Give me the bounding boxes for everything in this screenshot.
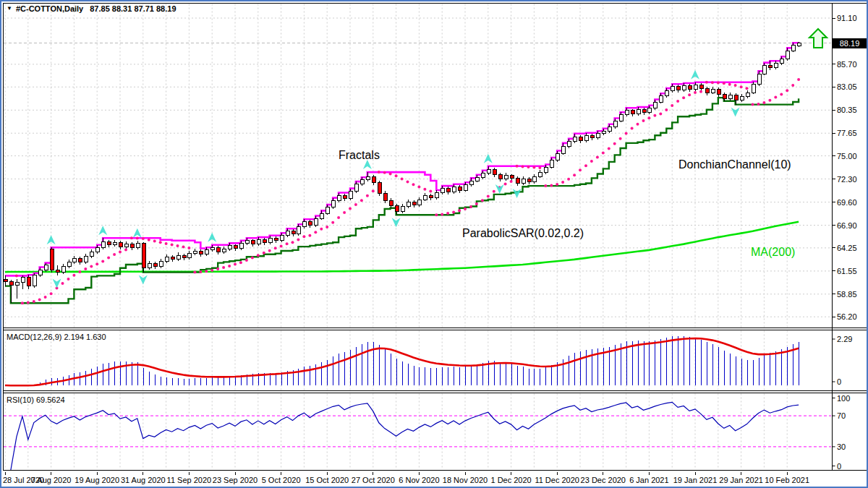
date-axis-label: 10 Feb 2021	[765, 476, 809, 484]
ohlc-quote: 87.85 88.31 87.71 88.19	[90, 4, 176, 13]
price-axis-label: 85.70	[837, 60, 868, 69]
date-axis-label: 23 Dec 2020	[581, 476, 626, 484]
rsi-axis-label: 0	[837, 462, 868, 471]
date-axis-label: 29 Jan 2021	[719, 476, 763, 484]
date-axis-label: 6 Jan 2021	[629, 476, 668, 484]
rsi-indicator-label: RSI(10) 69.5624	[7, 395, 65, 404]
chart-window: ▼#C-COTTON,Daily87.85 88.31 87.71 88.19 …	[0, 0, 868, 488]
price-axis-label: 75.00	[837, 152, 868, 160]
date-axis-label: 19 Aug 2020	[75, 476, 119, 484]
parabolic-sar-annotation: ParabolicSAR(0.02,0.2)	[462, 227, 584, 240]
price-axis-label: 91.10	[837, 14, 868, 22]
price-chart-canvas[interactable]	[1, 1, 868, 488]
macd-indicator-label: MACD(12,26,9) 2.194 1.630	[7, 333, 106, 341]
price-axis-label: 80.35	[837, 106, 868, 114]
rsi-axis-label: 30	[837, 442, 868, 451]
date-axis-label: 7 Aug 2020	[31, 476, 72, 484]
chart-header: ▼#C-COTTON,Daily87.85 88.31 87.71 88.19	[7, 4, 176, 13]
date-axis-label: 11 Sep 2020	[167, 476, 212, 484]
ma200-annotation: MA(200)	[751, 246, 795, 259]
date-axis-label: 5 Oct 2020	[262, 476, 301, 484]
macd-axis-zero-label: 0	[837, 377, 868, 386]
date-axis-label: 31 Aug 2020	[121, 476, 166, 484]
price-axis-label: 56.20	[837, 312, 868, 321]
rsi-axis-label: 100	[837, 394, 868, 403]
price-axis-label: 72.30	[837, 175, 868, 184]
date-axis-label: 1 Dec 2020	[490, 476, 531, 484]
date-axis-label: 15 Oct 2020	[305, 476, 349, 484]
price-axis-label: 66.90	[837, 221, 868, 230]
date-axis-label: 27 Oct 2020	[352, 476, 395, 484]
donchian-annotation: DonchianChannel(10)	[678, 158, 791, 171]
price-axis-label: 77.65	[837, 129, 868, 137]
buy-signal-arrow-icon	[809, 29, 827, 48]
price-axis-label: 69.60	[837, 198, 868, 207]
date-axis-label: 19 Jan 2021	[673, 476, 718, 484]
date-axis-label: 11 Dec 2020	[535, 476, 579, 484]
symbol-timeframe-label: #C-COTTON,Daily	[16, 4, 83, 13]
date-axis-label: 6 Nov 2020	[399, 476, 439, 484]
macd-axis-max-label: 2.29	[837, 335, 868, 343]
fractals-annotation: Fractals	[339, 149, 380, 162]
price-axis-label: 58.85	[837, 290, 868, 299]
date-axis-label: 18 Nov 2020	[443, 476, 488, 484]
price-axis-label: 83.05	[837, 82, 868, 91]
price-axis-label: 61.55	[837, 267, 868, 275]
current-price-tag: 88.19	[833, 38, 867, 48]
price-axis-label: 64.25	[837, 244, 868, 252]
chevron-down-icon[interactable]: ▼	[7, 5, 12, 12]
rsi-axis-label: 70	[837, 411, 868, 420]
date-axis-label: 23 Sep 2020	[213, 476, 258, 484]
